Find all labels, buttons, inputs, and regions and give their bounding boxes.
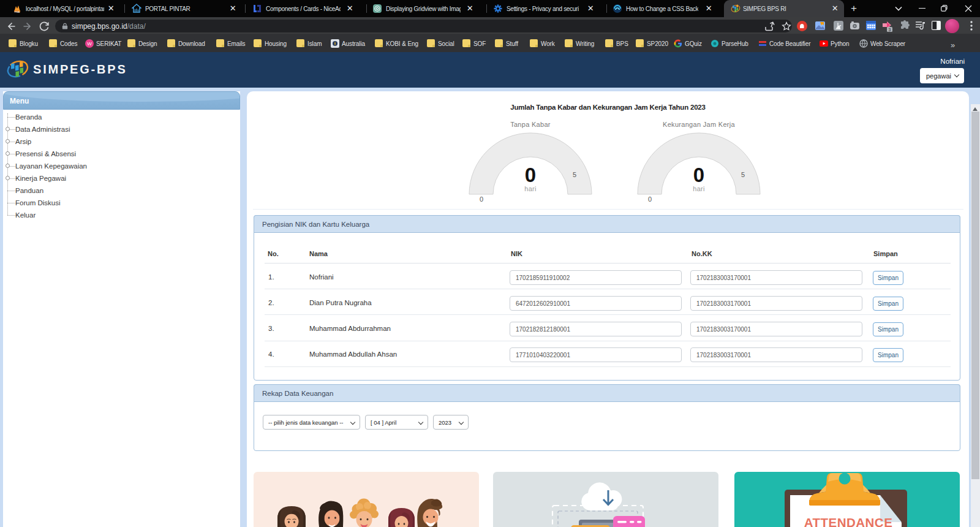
svg-text:PMA: PMA (15, 10, 20, 13)
svg-text:ATTENDANCE: ATTENDANCE (804, 515, 893, 527)
svg-text:W: W (87, 41, 92, 47)
svg-text:3: 3 (889, 28, 891, 32)
